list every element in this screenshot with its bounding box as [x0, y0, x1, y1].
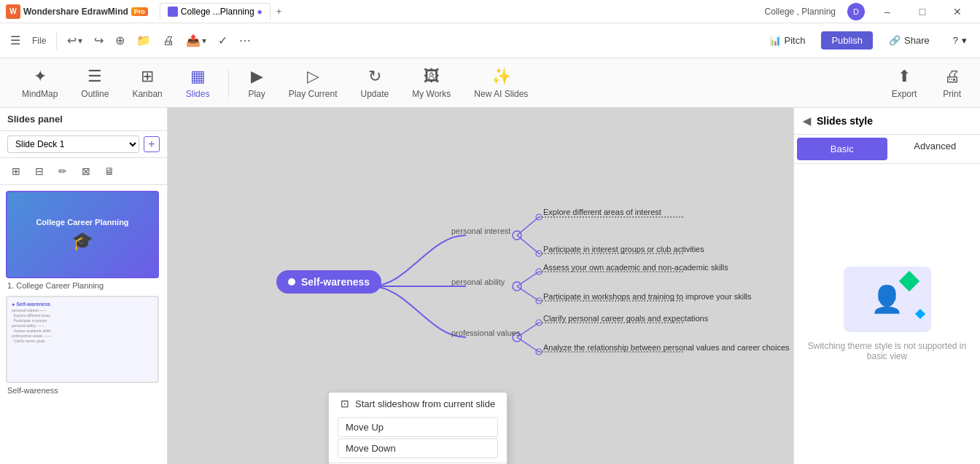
slide-item-1[interactable]: College Career Planning 🎓 1. College Car… — [6, 191, 161, 290]
cm-move-up-item[interactable]: Move Up — [338, 417, 498, 437]
add-tab-button[interactable]: + — [271, 3, 288, 20]
my-works-label: My Works — [412, 89, 451, 99]
pitch-button[interactable]: 📊 Pitch — [762, 31, 813, 50]
action-btn-2[interactable]: ⊟ — [31, 162, 48, 180]
insert-icon: ⊕ — [115, 34, 125, 47]
tab-title: College ...Planning — [181, 7, 254, 17]
deck-row: Slide Deck 1 + — [0, 131, 167, 158]
cm-move-up-label: Move Up — [346, 422, 384, 433]
undo-dropdown[interactable]: ▾ — [78, 36, 82, 46]
redo-button[interactable]: ↪ — [90, 31, 108, 50]
style-panel-collapse[interactable]: ◀ — [803, 115, 811, 127]
cm-highlighted-group: Move Up Move Down — [329, 414, 507, 461]
slides-mode-button[interactable]: ▦ Slides — [176, 63, 220, 103]
cm-slideshow-label: Start slideshow from current slide — [355, 398, 495, 409]
svg-point-16 — [536, 251, 542, 256]
action-btn-1[interactable]: ⊞ — [7, 162, 25, 180]
svg-line-4 — [517, 272, 539, 286]
avatar: D — [847, 3, 865, 20]
play-current-label: Play Current — [289, 89, 338, 99]
export-button[interactable]: ⬆ Export — [884, 63, 925, 103]
style-panel-message: Switching theme style is not supported i… — [806, 341, 968, 361]
svg-point-13 — [513, 282, 521, 291]
print-button[interactable]: 🖨 Print — [936, 63, 968, 103]
my-works-icon: 🖼 — [424, 67, 440, 86]
child-3-1: Clarify personal career goals and expect… — [543, 314, 708, 323]
slide-thumbnail-1: College Career Planning 🎓 — [6, 191, 159, 278]
file-menu-button[interactable]: File — [28, 33, 50, 49]
svg-point-12 — [513, 231, 521, 240]
file-label: File — [32, 36, 46, 46]
svg-point-18 — [536, 298, 542, 304]
branch-label-1: personal interest — [451, 227, 510, 235]
sidebar-toggle-button[interactable]: ☰ — [6, 31, 25, 50]
play-button[interactable]: ▶ Play — [238, 63, 275, 103]
export-dropdown[interactable]: ▾ — [202, 36, 206, 46]
style-panel-header: ◀ Slides style — [794, 108, 980, 135]
maximize-button[interactable]: □ — [906, 0, 939, 23]
tab-basic[interactable]: Basic — [797, 138, 887, 160]
action-btn-3[interactable]: ✏ — [54, 162, 71, 180]
breadcrumb: College , Planning — [765, 7, 836, 17]
slide-thumbnail-2: ● Self-wareness personal interest —— Exp… — [6, 296, 159, 383]
window-controls: – □ ✕ — [871, 0, 974, 23]
cm-slideshow-item[interactable]: ⊡ Start slideshow from current slide — [329, 393, 507, 414]
active-tab[interactable]: College ...Planning ● — [160, 3, 271, 20]
my-works-button[interactable]: 🖼 My Works — [402, 63, 461, 103]
toolbar-left: ☰ File ↩ ▾ ↪ ⊕ 📁 🖨 📤 ▾ ✓ ⋯ — [6, 31, 255, 50]
action-btn-5[interactable]: 🖥 — [101, 162, 118, 180]
share-button[interactable]: 🔗 Share — [882, 31, 937, 50]
style-panel-content: 👤 Switching theme style is not supported… — [794, 164, 980, 464]
slide-item-2[interactable]: ● Self-wareness personal interest —— Exp… — [6, 296, 161, 395]
add-slide-button[interactable]: + — [144, 136, 160, 152]
cm-move-down-item[interactable]: Move Down — [338, 439, 498, 458]
undo-button[interactable]: ↩ ▾ — [63, 31, 87, 50]
action-btn-4[interactable]: ⊠ — [77, 162, 95, 180]
minimize-button[interactable]: – — [871, 0, 904, 23]
play-current-button[interactable]: ▷ Play Current — [279, 63, 348, 103]
undo-icon: ↩ — [67, 34, 77, 47]
tab-advanced[interactable]: Advanced — [890, 135, 981, 163]
logo-icon: W — [6, 4, 20, 19]
cm-move-down-label: Move Down — [346, 443, 396, 454]
print-toolbar-button[interactable]: 🖨 — [158, 31, 179, 50]
check-button[interactable]: ✓ — [214, 31, 232, 50]
slides-label: Slides — [186, 89, 210, 99]
style-illustration: 👤 — [844, 267, 931, 332]
cm-slideshow-icon: ⊡ — [341, 398, 349, 409]
new-ai-slides-button[interactable]: ✨ New AI Slides — [464, 63, 538, 103]
publish-button[interactable]: Publish — [821, 31, 873, 50]
kanban-mode-button[interactable]: ⊞ Kanban — [122, 63, 172, 103]
play-label: Play — [248, 89, 265, 99]
folder-button[interactable]: 📁 — [132, 31, 155, 50]
update-button[interactable]: ↻ Update — [351, 63, 400, 103]
tab-bar: College ...Planning ● + — [160, 3, 288, 20]
style-panel-title: Slides style — [817, 115, 873, 127]
more-button[interactable]: ⋯ — [235, 31, 255, 50]
slides-list: College Career Planning 🎓 1. College Car… — [0, 185, 167, 464]
export-icon: 📤 — [186, 34, 201, 47]
update-label: Update — [361, 89, 389, 99]
play-current-icon: ▷ — [307, 67, 319, 86]
deck-selector[interactable]: Slide Deck 1 — [7, 135, 139, 153]
pro-badge: Pro — [131, 7, 148, 16]
update-icon: ↻ — [368, 67, 381, 86]
help-dropdown[interactable]: ▾ — [962, 35, 967, 46]
svg-line-9 — [517, 337, 539, 352]
help-button[interactable]: ? ▾ — [946, 31, 974, 50]
close-button[interactable]: ✕ — [941, 0, 974, 23]
style-panel-tabs: Basic Advanced — [794, 135, 980, 164]
outline-mode-button[interactable]: ☰ Outline — [71, 63, 119, 103]
export-toolbar-button[interactable]: 📤 ▾ — [182, 31, 211, 50]
pitch-icon: 📊 — [769, 35, 781, 46]
svg-line-5 — [517, 286, 539, 301]
new-ai-slides-label: New AI Slides — [474, 89, 528, 99]
slides-panel-header: Slides panel — [0, 108, 167, 131]
insert-button[interactable]: ⊕ — [111, 31, 129, 50]
mindmap-mode-button[interactable]: ✦ MindMap — [12, 63, 68, 103]
central-node-dot — [288, 278, 295, 286]
app-name: Wondershare EdrawMind — [23, 7, 128, 17]
check-icon: ✓ — [218, 34, 228, 47]
branch-label-2: personal ability — [451, 278, 505, 286]
tab-modified-dot: ● — [257, 7, 262, 17]
